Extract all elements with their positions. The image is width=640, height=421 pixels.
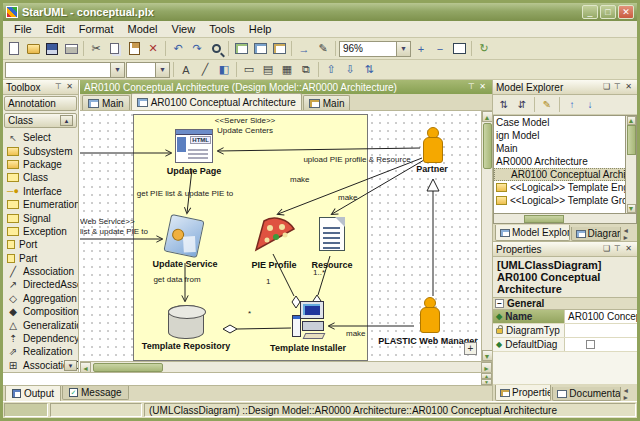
- tab-output[interactable]: Output: [5, 386, 61, 402]
- node-label-resource[interactable]: Resource: [282, 260, 382, 270]
- paste-button[interactable]: [125, 40, 143, 57]
- node-label-template-installer[interactable]: Template Installer: [258, 343, 358, 353]
- cut-button[interactable]: ✂: [87, 40, 105, 57]
- tab-diagram[interactable]: Diagram: [571, 227, 622, 241]
- move-down-button[interactable]: ↓: [582, 97, 598, 113]
- close-icon[interactable]: ✕: [64, 82, 75, 93]
- tool-interface[interactable]: ─●Interface: [3, 185, 78, 198]
- tree-item[interactable]: <<Logical>> Template Group: [494, 194, 625, 207]
- collapse-icon[interactable]: −: [495, 299, 504, 308]
- pin-icon[interactable]: ⊤: [612, 82, 623, 93]
- diagram-canvas[interactable]: <<Server Side>> Update Centers: [80, 111, 481, 361]
- maximize-pane-icon[interactable]: ❏: [601, 244, 612, 255]
- scroll-right-icon[interactable]: ►: [481, 362, 492, 373]
- checkbox[interactable]: [586, 340, 595, 349]
- scrollbar-thumb[interactable]: [524, 215, 564, 223]
- diagram-button-3[interactable]: [270, 40, 288, 57]
- menu-help[interactable]: Help: [242, 22, 279, 36]
- canvas-vertical-scrollbar[interactable]: ▲ ▼: [481, 111, 492, 361]
- tab-ar0100[interactable]: AR0100 Conceptual Architecture: [131, 93, 302, 110]
- tab-scroll-arrows[interactable]: ◄ ►: [622, 227, 637, 241]
- node-template-installer[interactable]: [292, 301, 326, 343]
- menu-file[interactable]: File: [7, 22, 39, 36]
- tool-association[interactable]: ╱Association: [3, 265, 78, 278]
- align-button-1[interactable]: ▭: [240, 61, 258, 78]
- tree-item[interactable]: Main: [494, 142, 625, 155]
- scroll-down-icon[interactable]: ▼: [481, 379, 492, 385]
- tree-item[interactable]: <<Logical>> Template Engine Grou: [494, 181, 625, 194]
- font-color-button[interactable]: A: [177, 61, 195, 78]
- close-icon[interactable]: ✕: [477, 82, 488, 93]
- node-label-update-page[interactable]: Update Page: [144, 166, 244, 176]
- node-template-repository[interactable]: [168, 305, 204, 339]
- menu-edit[interactable]: Edit: [39, 22, 72, 36]
- tool-aggregation[interactable]: ◇Aggregation: [3, 292, 78, 305]
- font-size-combobox[interactable]: ▼: [126, 62, 170, 78]
- tool-dependency[interactable]: ⇡Dependency: [3, 332, 78, 345]
- properties-group-general[interactable]: − General: [493, 297, 637, 310]
- print-button[interactable]: [62, 40, 80, 57]
- node-plastic-web-manager[interactable]: [418, 297, 440, 333]
- sort-alpha-button[interactable]: ⇵: [514, 97, 530, 113]
- canvas-horizontal-scrollbar[interactable]: ◄ ►: [80, 361, 492, 372]
- tab-message[interactable]: ✓Message: [62, 386, 129, 400]
- bring-to-front-button[interactable]: ⇧: [322, 61, 340, 78]
- font-name-combobox[interactable]: ▼: [5, 62, 125, 78]
- tool-class[interactable]: Class: [3, 171, 78, 184]
- node-label-update-service[interactable]: Update Service: [135, 259, 235, 269]
- scrollbar-thumb[interactable]: [627, 125, 636, 155]
- node-update-service[interactable]: [167, 217, 201, 255]
- edit-filter-button[interactable]: ✎: [539, 97, 555, 113]
- property-row-defaultdiagram[interactable]: ◆DefaultDiag: [493, 338, 637, 352]
- tool-directed-association[interactable]: ↗DirectedAssoci...: [3, 278, 78, 291]
- scrollbar-thumb[interactable]: [93, 363, 163, 372]
- tool-enumeration[interactable]: Enumeration: [3, 198, 78, 211]
- tool-part[interactable]: Part: [3, 252, 78, 265]
- zoom-out-button[interactable]: −: [431, 40, 449, 57]
- tab-properties[interactable]: Properties: [495, 385, 551, 401]
- shortcut-button[interactable]: →: [295, 40, 313, 57]
- tool-package[interactable]: Package: [3, 158, 78, 171]
- delete-button[interactable]: ✕: [144, 40, 162, 57]
- send-to-back-button[interactable]: ⇩: [341, 61, 359, 78]
- tool-composition[interactable]: ◆Composition: [3, 305, 78, 318]
- chevron-down-icon[interactable]: ▼: [155, 63, 169, 77]
- save-button[interactable]: [43, 40, 61, 57]
- close-icon[interactable]: ✕: [623, 82, 634, 93]
- redo-button[interactable]: ↷: [188, 40, 206, 57]
- tool-realization[interactable]: ⇗Realization: [3, 345, 78, 358]
- scrollbar-thumb[interactable]: [483, 123, 492, 169]
- tool-generalization[interactable]: △Generalization: [3, 318, 78, 331]
- tab-main-2[interactable]: Main: [303, 95, 351, 110]
- diagram-button-1[interactable]: [232, 40, 250, 57]
- copy-button[interactable]: [106, 40, 124, 57]
- scroll-up-icon[interactable]: ▲: [60, 115, 73, 126]
- scroll-down-icon[interactable]: ▼: [482, 350, 493, 361]
- property-value-name[interactable]: AR0100 Conceptual A: [565, 310, 637, 323]
- tool-select[interactable]: ↖Select: [3, 131, 78, 144]
- scroll-down-icon[interactable]: ▼: [627, 204, 636, 213]
- property-value-diagramtype[interactable]: [565, 324, 637, 337]
- menu-format[interactable]: Format: [72, 22, 121, 36]
- chevron-down-icon[interactable]: ▼: [110, 63, 124, 77]
- menu-view[interactable]: View: [165, 22, 203, 36]
- zoom-combobox[interactable]: 96% ▼: [339, 41, 411, 57]
- tree-item-selected[interactable]: AR0100 Conceptual Architecture: [494, 168, 625, 181]
- scroll-up-icon[interactable]: ▲: [482, 111, 493, 122]
- maximize-button[interactable]: □: [600, 5, 616, 19]
- refresh-button[interactable]: ↻: [475, 40, 493, 57]
- tool-signal[interactable]: Signal: [3, 211, 78, 224]
- sort-order-button[interactable]: ⇅: [496, 97, 512, 113]
- pin-icon[interactable]: ⊤: [466, 82, 477, 93]
- tree-item[interactable]: ign Model: [494, 129, 625, 142]
- open-button[interactable]: [24, 40, 42, 57]
- tool-subsystem[interactable]: Subsystem: [3, 144, 78, 157]
- node-label-plastic-web-manager[interactable]: PLASTIC Web Manager: [378, 336, 478, 346]
- tree-item[interactable]: AR0000 Architecture: [494, 155, 625, 168]
- canvas-plus-button[interactable]: +: [464, 342, 477, 355]
- tree-vertical-scrollbar[interactable]: ▲ ▼: [626, 115, 637, 214]
- scroll-up-icon[interactable]: ▲: [627, 116, 636, 125]
- find-button[interactable]: [207, 40, 225, 57]
- close-button[interactable]: ✕: [618, 5, 634, 19]
- tab-scroll-arrows[interactable]: ◄ ►: [622, 387, 637, 401]
